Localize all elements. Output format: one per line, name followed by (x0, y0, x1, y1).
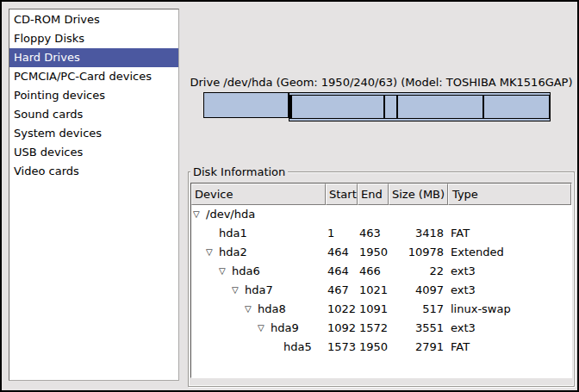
cell-end: 466 (357, 262, 388, 281)
cell-type: ext3 (447, 281, 571, 300)
cell-type: linux-swap (447, 300, 571, 319)
cell-start: 467 (325, 281, 357, 300)
device-name: hda9 (271, 319, 299, 338)
cell-size: 2791 (388, 338, 447, 357)
cell-type: FAT (447, 338, 571, 357)
sidebar-item-pcmcia-devices[interactable]: PCMCIA/PC-Card devices (9, 67, 178, 86)
sidebar-item-floppy-disks[interactable]: Floppy Disks (9, 29, 178, 48)
device-name: hda5 (283, 338, 312, 357)
sidebar-item-hard-drives[interactable]: Hard Drives (9, 48, 178, 67)
sidebar-item-sound-cards[interactable]: Sound cards (9, 105, 178, 124)
table-row[interactable]: ▽ hda2 464 1950 10978 Extended (191, 243, 571, 262)
cell-start: 464 (325, 262, 357, 281)
drive-bar-segment[interactable] (483, 95, 550, 119)
cell-size: 4097 (388, 281, 447, 300)
table-row[interactable]: ▽ hda7 467 1021 4097 ext3 (191, 281, 571, 300)
device-name: hda8 (258, 300, 286, 319)
tree-expander-icon[interactable]: ▽ (245, 300, 258, 319)
table-header-row: Device Start End Size (MB) Type (191, 184, 571, 205)
cell-size: 3551 (388, 319, 447, 338)
disk-information-table: Device Start End Size (MB) Type ▽ /dev/h… (190, 183, 572, 378)
device-name: hda2 (219, 243, 247, 262)
drive-bar-segment[interactable] (203, 92, 289, 118)
cell-start (325, 205, 357, 224)
drive-title: Drive /dev/hda (Geom: 1950/240/63) (Mode… (187, 76, 576, 89)
cell-start: 1 (325, 224, 357, 243)
cell-start: 1573 (325, 338, 357, 357)
cell-end: 1021 (357, 281, 388, 300)
cell-size: 3418 (388, 224, 447, 243)
device-category-list: CD-ROM Drives Floppy Disks Hard Drives P… (9, 9, 179, 381)
column-header-size[interactable]: Size (MB) (389, 184, 448, 205)
cell-start: 1022 (325, 300, 357, 319)
sidebar-item-cdrom-drives[interactable]: CD-ROM Drives (9, 10, 178, 29)
disk-information-label: Disk Information (190, 165, 288, 179)
table-row[interactable]: ▽ hda6 464 466 22 ext3 (191, 262, 571, 281)
drive-bar-segment[interactable] (397, 95, 483, 119)
column-header-type[interactable]: Type (448, 184, 571, 205)
device-name: /dev/hda (206, 205, 255, 224)
column-header-device[interactable]: Device (191, 184, 326, 205)
tree-expander-icon[interactable]: ▽ (232, 281, 245, 300)
cell-end: 1572 (357, 319, 388, 338)
disk-information-groupbox: Disk Information Device Start End Size (… (188, 171, 575, 387)
drive-bar-segment[interactable] (291, 95, 384, 119)
table-row[interactable]: ▽ hda9 1092 1572 3551 ext3 (191, 319, 571, 338)
table-row[interactable]: hda5 1573 1950 2791 FAT (191, 338, 571, 357)
tree-expander-icon[interactable]: ▽ (258, 319, 271, 338)
cell-start: 1092 (325, 319, 357, 338)
cell-end: 1950 (357, 243, 388, 262)
device-name: hda7 (245, 281, 273, 300)
tree-expander-icon[interactable]: ▽ (219, 262, 232, 281)
device-name: hda6 (232, 262, 260, 281)
cell-end: 1950 (357, 338, 388, 357)
sidebar-item-pointing-devices[interactable]: Pointing devices (9, 86, 178, 105)
drive-bar-segment[interactable] (384, 95, 397, 119)
tree-expander-icon[interactable]: ▽ (206, 243, 219, 262)
device-name: hda1 (219, 224, 247, 243)
cell-type: ext3 (447, 319, 571, 338)
drive-bar-extended-segment[interactable] (289, 92, 551, 121)
cell-start: 464 (325, 243, 357, 262)
column-header-end[interactable]: End (358, 184, 389, 205)
table-row[interactable]: ▽ hda8 1022 1091 517 linux-swap (191, 300, 571, 319)
cell-size: 10978 (388, 243, 447, 262)
cell-size: 517 (388, 300, 447, 319)
cell-size (388, 205, 447, 224)
cell-end (357, 205, 388, 224)
column-header-start[interactable]: Start (326, 184, 358, 205)
tree-expander-icon[interactable]: ▽ (193, 205, 206, 224)
hardware-browser-window: CD-ROM Drives Floppy Disks Hard Drives P… (0, 0, 579, 392)
sidebar-item-usb-devices[interactable]: USB devices (9, 143, 178, 162)
drive-partition-bar (203, 92, 551, 121)
cell-end: 463 (357, 224, 388, 243)
sidebar-item-video-cards[interactable]: Video cards (9, 162, 178, 181)
cell-type: FAT (447, 224, 571, 243)
table-row[interactable]: ▽ /dev/hda (191, 205, 571, 224)
sidebar-item-system-devices[interactable]: System devices (9, 124, 178, 143)
cell-type: ext3 (447, 262, 571, 281)
cell-type (447, 205, 571, 224)
cell-type: Extended (447, 243, 571, 262)
table-row[interactable]: hda1 1 463 3418 FAT (191, 224, 571, 243)
cell-end: 1091 (357, 300, 388, 319)
cell-size: 22 (388, 262, 447, 281)
